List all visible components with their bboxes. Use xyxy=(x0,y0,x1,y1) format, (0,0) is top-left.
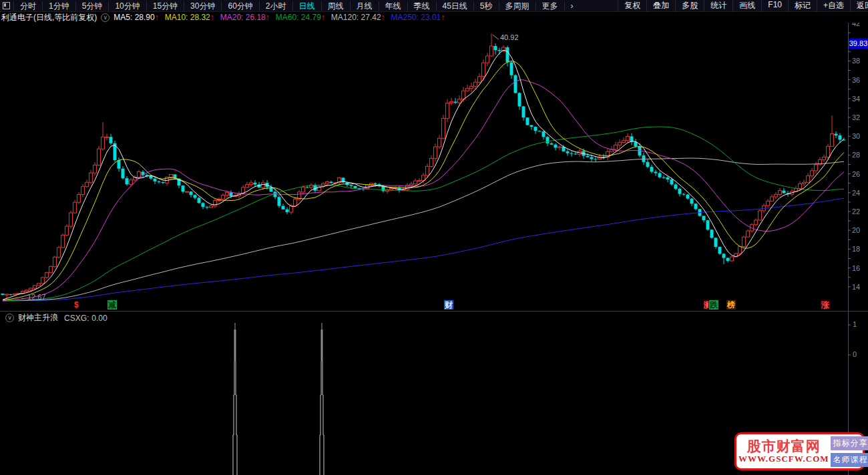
indicator-field-label: CSXG: xyxy=(64,314,89,323)
timeframe-item-1[interactable]: 1分钟 xyxy=(42,1,75,11)
chart-marker-财: 财 xyxy=(444,300,453,310)
timeframe-item-2[interactable]: 5分钟 xyxy=(75,1,109,11)
toolbar-button-2[interactable]: 多股 xyxy=(675,0,704,11)
peak-price-label: 40.92 xyxy=(500,33,519,41)
timeframe-item-4[interactable]: 15分钟 xyxy=(146,1,184,11)
toolbar-button-1[interactable]: 叠加 xyxy=(646,0,675,11)
watermark-url: WWW.GSCFW.COM xyxy=(738,454,829,464)
timeframe-item-12[interactable]: 季线 xyxy=(407,1,436,11)
low-price-label: ←12.67 xyxy=(20,293,46,301)
ma-readout-ma60: MA60: 24.79↑ xyxy=(276,13,325,22)
price-axis-tick: 20 xyxy=(852,226,868,234)
indicator-value: 0.00 xyxy=(91,314,107,323)
timeframe-item-11[interactable]: 年线 xyxy=(379,1,407,11)
timeframe-item-5[interactable]: 30分钟 xyxy=(184,1,221,11)
chart-info-bar: 利通电子(日线,等比前复权) ∨ MA5: 28.90↑MA10: 28.32↑… xyxy=(0,12,868,23)
price-axis-tick: 28 xyxy=(852,151,868,159)
toolbar-actions: 复权叠加多股统计画线F10标记+自选返回 xyxy=(618,0,868,11)
chevron-down-icon[interactable]: ∨ xyxy=(5,314,14,322)
latest-price-tag: 39.83 xyxy=(849,39,868,49)
timeframe-item-15[interactable]: 多周期 xyxy=(499,1,535,11)
ma-readout-ma5: MA5: 28.90↑ xyxy=(114,13,158,22)
price-axis-tick: 26 xyxy=(852,170,868,178)
up-arrow-icon: ↑ xyxy=(210,13,214,22)
timeframe-item-8[interactable]: 日线 xyxy=(292,1,321,11)
chart-marker-减: 减 xyxy=(107,300,117,310)
price-axis-tick: 14 xyxy=(852,283,868,291)
stock-title: 利通电子(日线,等比前复权) xyxy=(1,12,97,23)
chart-marker-榜: 榜 xyxy=(726,300,736,310)
price-axis-tick: 38 xyxy=(852,57,868,65)
watermark-text: 股市财富网 WWW.GSCFW.COM xyxy=(738,438,829,464)
toolbar-button-6[interactable]: 标记 xyxy=(788,0,817,11)
watermark-badges: 指标分享 名师课程 xyxy=(831,436,868,467)
watermark-box: 股市财富网 WWW.GSCFW.COM 指标分享 名师课程 xyxy=(734,432,865,470)
trading-app-window: 分时1分钟5分钟10分钟15分钟30分钟60分钟2小时日线周线月线年线季线45日… xyxy=(0,0,868,475)
timeframe-item-7[interactable]: 2小时 xyxy=(259,1,292,11)
up-arrow-icon: ↑ xyxy=(155,13,159,22)
price-axis-tick: 36 xyxy=(852,76,868,84)
window-icon[interactable] xyxy=(3,2,10,9)
watermark-badge-2: 名师课程 xyxy=(831,453,868,467)
chart-marker-测: 测 xyxy=(704,300,708,310)
timeframe-item-0[interactable]: 分时 xyxy=(13,1,42,11)
chart-canvas[interactable] xyxy=(0,0,868,475)
up-arrow-icon: ↑ xyxy=(381,13,385,22)
price-axis-tick: 22 xyxy=(852,207,868,215)
indicator-axis-tick: 1 xyxy=(853,320,866,328)
watermark-title: 股市财富网 xyxy=(738,438,829,454)
chevron-down-icon[interactable]: ∨ xyxy=(101,13,110,22)
watermark-badge-1: 指标分享 xyxy=(831,436,868,450)
price-axis-tick: 24 xyxy=(852,189,868,197)
indicator-name: 财神主升浪 xyxy=(18,312,58,324)
price-axis-tick: 32 xyxy=(852,113,868,121)
timeframe-item-3[interactable]: 10分钟 xyxy=(108,1,146,11)
toolbar-button-0[interactable]: 复权 xyxy=(618,0,646,11)
up-arrow-icon: ↑ xyxy=(321,13,325,22)
price-axis-tick: 34 xyxy=(852,95,868,103)
toolbar-button-5[interactable]: F10 xyxy=(761,0,788,11)
ma-readout-ma250: MA250: 23.01↑ xyxy=(391,13,445,22)
price-axis-tick: 18 xyxy=(852,245,868,253)
timeframe-item-13[interactable]: 45日线 xyxy=(436,1,473,11)
price-axis-tick: 30 xyxy=(852,132,868,140)
ma-readout-ma20: MA20: 26.18↑ xyxy=(220,13,270,22)
ma-readout-ma10: MA10: 28.32↑ xyxy=(165,13,214,22)
up-arrow-icon: ↑ xyxy=(441,13,445,22)
timeframe-tabs: 分时1分钟5分钟10分钟15分钟30分钟60分钟2小时日线周线月线年线季线45日… xyxy=(0,0,580,11)
toolbar-button-4[interactable]: 画线 xyxy=(732,0,761,11)
timeframe-item-14[interactable]: 5秒 xyxy=(473,1,499,11)
timeframe-item-16[interactable]: 更多 xyxy=(535,1,564,11)
chart-marker-跌: 跌 xyxy=(709,300,718,310)
top-toolbar: 分时1分钟5分钟10分钟15分钟30分钟60分钟2小时日线周线月线年线季线45日… xyxy=(0,0,868,12)
ma-readout-ma120: MA120: 27.42↑ xyxy=(331,13,385,22)
indicator-header: ∨ 财神主升浪 CSXG: 0.00 xyxy=(1,312,107,324)
indicator-axis-tick: 0 xyxy=(853,350,866,358)
timeframe-item-17[interactable]: › xyxy=(564,1,580,11)
chart-marker-$: $ xyxy=(73,300,79,310)
toolbar-button-7[interactable]: +自选 xyxy=(817,0,850,11)
price-axis-tick: 16 xyxy=(852,264,868,272)
chart-marker-涨: 涨 xyxy=(821,300,830,310)
timeframe-item-6[interactable]: 60分钟 xyxy=(221,1,258,11)
timeframe-item-9[interactable]: 周线 xyxy=(321,1,350,11)
up-arrow-icon: ↑ xyxy=(266,13,270,22)
toolbar-button-3[interactable]: 统计 xyxy=(704,0,732,11)
toolbar-button-8[interactable]: 返回 xyxy=(850,0,868,11)
timeframe-item-10[interactable]: 月线 xyxy=(350,1,379,11)
